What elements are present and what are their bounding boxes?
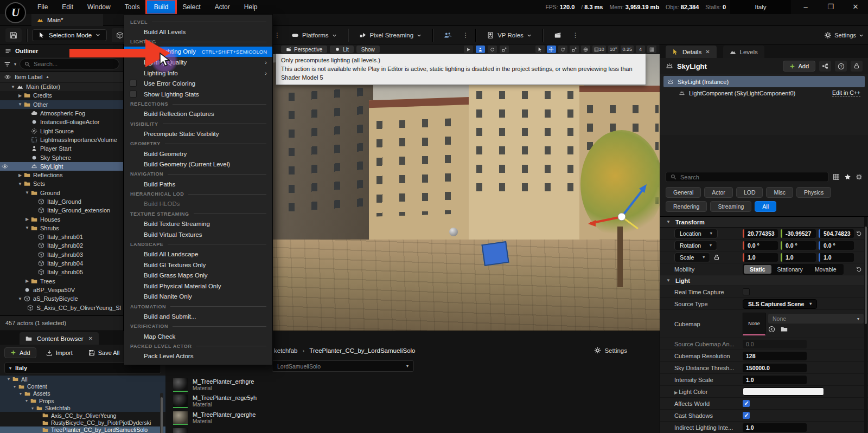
checkbox[interactable] [130,80,137,87]
add-button[interactable]: Add [4,347,36,358]
section-header-light[interactable]: ▼Light [660,275,868,286]
selection-mode-dropdown[interactable]: Selection Mode [32,29,107,41]
checkbox[interactable] [743,412,750,419]
axis-input[interactable]: 504.74823 [819,229,854,238]
source-tree-row-rustybicycle-cc-by-piotrpjotdyderski[interactable]: RustyBicycle_CC_by_PiotrPjotDyderski [0,419,165,426]
lock-button[interactable] [851,61,863,72]
kebab-icon[interactable]: ⋮ [274,33,280,38]
axis-input[interactable]: 0.0 ° [781,241,816,250]
outliner-row-skylight[interactable]: SkyLight [0,162,123,171]
outliner-row-abp-vespa50v[interactable]: aBP_Vespa50V [0,286,123,294]
play-button[interactable] [464,46,473,53]
add-component-button[interactable]: Add [783,61,815,72]
tab-details[interactable]: Details ✕ [666,46,717,58]
location-dropdown[interactable]: Location▾ [674,229,718,238]
outliner-row-italy-shrub04[interactable]: Italy_shrub04 [0,259,123,268]
menu-item-map-check[interactable]: Map Check [124,331,272,342]
filter-chip-all[interactable]: All [755,201,776,212]
expander-icon[interactable]: ▶ [17,93,23,98]
outliner-row-light-source[interactable]: Light Source [0,126,123,135]
show-dropdown[interactable]: Show [356,46,380,53]
menu-item-show-lighting-stats[interactable]: Show Lighting Stats [124,89,272,100]
chevron-down-icon[interactable]: ▾ [14,62,16,67]
expander-icon[interactable]: ▼ [23,399,30,403]
outliner-row-instancedfoliageactor[interactable]: InstancedFoliageActor [0,118,123,126]
save-button[interactable] [5,28,22,42]
menu-item-build-all-landscape[interactable]: Build All Landscape [124,249,272,260]
select-tool-button[interactable] [535,46,545,53]
outliner-row-italy-ground-extension[interactable]: Italy_Ground_extension [0,206,123,215]
scrollbar[interactable] [160,393,163,433]
cubemap-thumbnail[interactable]: None [743,313,765,335]
outliner-search-input[interactable]: Search... [20,59,119,69]
content-browser-tab[interactable]: Content Browser ✕ [20,332,99,345]
outliner-row-reflections[interactable]: ▶Reflections [0,171,123,179]
source-tree-row-treeplanter-cc-by-lordsamuelisolo[interactable]: TreePlanter_CC_by_LordSamueliSolo [0,426,165,433]
move-tool-button[interactable] [547,46,556,53]
menu-item-window[interactable]: Window [80,1,118,14]
source-tree-row-all[interactable]: ▼All [0,376,165,383]
outliner-row-player-start[interactable]: Player Start [0,144,123,153]
source-tree-row-axis-cc-by-oliveryeung[interactable]: Axis_CC_by_OliverYeung [0,412,165,419]
expander-icon[interactable]: ▼ [24,190,30,195]
cb-settings-button[interactable]: Settings [594,347,627,354]
source-tree-row-content[interactable]: ▼Content [0,383,165,390]
menu-item-build-geometry[interactable]: Build Geometry [124,148,272,159]
outliner-row-italy-shrub03[interactable]: Italy_shrub03 [0,250,123,259]
outliner-row-italy-shrub01[interactable]: Italy_shrub01 [0,232,123,241]
level-tab[interactable]: Main* [31,14,103,26]
expander-icon[interactable]: ▼ [29,406,36,410]
blueprint-button[interactable] [819,61,831,72]
component-row-skylight-instance[interactable]: SkyLight (Instance) [663,76,865,87]
rotation-dropdown[interactable]: Rotation▾ [674,241,717,250]
axis-input[interactable]: -30.99527 [781,229,816,238]
help-button[interactable] [835,61,847,72]
maximize-viewport-button[interactable] [647,46,656,53]
menu-item-build[interactable]: Build [147,1,176,14]
number-input[interactable]: 150000.0 [743,364,807,372]
expander-icon[interactable]: ▶ [17,173,23,178]
revert-button[interactable] [854,266,864,272]
filter-icon[interactable] [4,61,11,68]
menu-item-lighting-info[interactable]: Lighting Info› [124,68,272,79]
kebab-icon[interactable]: ⋮ [572,33,579,38]
save-all-button[interactable]: Save All [82,347,126,358]
source-tree-row-props[interactable]: ▼Props [0,397,165,404]
checkbox[interactable] [743,288,750,295]
outliner-row-sets[interactable]: ▼Sets [0,179,123,188]
cubemap-dropdown[interactable]: None▾ [768,314,864,324]
menu-item-build-and-submit-[interactable]: Build and Submit... [124,311,272,322]
filter-chip-lod[interactable]: LOD [736,187,763,198]
asset-row-m_treeplanter_erthgre[interactable]: M_TreePlanter_erthgreMaterial [173,377,660,393]
outliner-row-ground[interactable]: ▼Ground [0,189,123,197]
menu-item-build-nanite-only[interactable]: Build Nanite Only [124,292,272,302]
angle-snap-button[interactable]: 10° [608,46,619,53]
menu-item-build-reflection-captures[interactable]: Build Reflection Captures [124,109,272,120]
expander-icon[interactable]: ▼ [10,85,16,89]
menu-item-file[interactable]: File [30,1,55,14]
menu-item-build-geometry-current-level-[interactable]: Build Geometry (Current Level) [124,159,272,170]
menu-item-build-all-levels[interactable]: Build All Levels [124,27,272,37]
axis-input[interactable]: 1.0 [743,253,778,262]
toolbar-settings[interactable]: Settings [824,26,864,44]
camera-speed-button[interactable]: 4 [636,46,645,53]
number-input[interactable]: 128 [743,352,807,360]
maximize-button[interactable]: ❐ [818,0,843,14]
outliner-row-main-editor-[interactable]: ▼Main (Editor) [0,82,123,91]
tab-levels[interactable]: Levels [723,46,764,58]
expander-icon[interactable]: ▼ [17,392,24,396]
component-row-lightcomponent[interactable]: LightComponent (SkyLightComponent0) Edit… [663,87,865,99]
source-tree-row-sketchfab[interactable]: ▼Sketchfab [0,405,165,412]
outliner-row-lightmassimportancevolume[interactable]: LightmassImportanceVolume [0,135,123,144]
play-mode-button[interactable] [476,46,485,53]
revert-button[interactable] [854,230,864,236]
expander-icon[interactable]: ▼ [24,225,30,230]
menu-item-build-paths[interactable]: Build Paths [124,179,272,190]
edit-in-cpp-link[interactable]: Edit in C++ [832,89,860,96]
platforms-dropdown[interactable]: Platforms [287,29,341,41]
use-selected-button[interactable] [768,326,775,334]
menu-item-build-grass-maps-only[interactable]: Build Grass Maps Only [124,270,272,281]
import-button[interactable]: Import [40,347,79,358]
virtual-camera-button[interactable] [550,29,566,41]
gear-icon[interactable] [856,173,863,180]
